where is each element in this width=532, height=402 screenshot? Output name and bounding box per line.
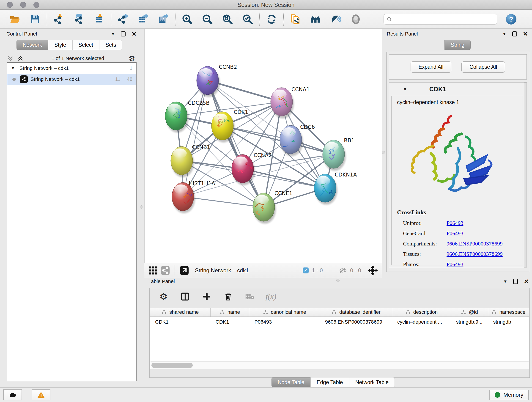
network-collection-row[interactable]: ▼ String Network – cdk1 1 (7, 63, 136, 74)
table-cell[interactable]: stringdb:9... (451, 317, 488, 327)
add-column-icon[interactable] (201, 291, 212, 302)
table-panel-menu-icon[interactable]: ▼ (503, 279, 507, 284)
collapse-all-networks-icon[interactable] (17, 55, 24, 62)
crosslink-url[interactable]: 9606.ENSP00000378699 (447, 251, 503, 257)
network-edge[interactable] (183, 197, 264, 207)
network-row[interactable]: String Network – cdk1 11 48 (7, 74, 136, 85)
column-header-description[interactable]: description (392, 308, 451, 317)
tab-sets[interactable]: Sets (99, 40, 122, 50)
network-node-CCNE1[interactable]: CCNE1 (253, 190, 293, 224)
main-toolbar: ? (0, 10, 532, 29)
share-network-icon[interactable] (160, 266, 170, 275)
table-cell[interactable]: CDK1 (210, 317, 249, 327)
network-node-CCNB1[interactable]: CCNB1 (171, 144, 210, 177)
crosslink-url[interactable]: P06493 (447, 220, 463, 226)
column-header-name[interactable]: name (210, 308, 249, 317)
network-edge[interactable] (183, 80, 208, 197)
tab-string[interactable]: String (444, 40, 471, 50)
export-table-icon[interactable] (138, 13, 149, 25)
crosslink-url[interactable]: 9606.ENSP00000378699 (447, 241, 503, 247)
right-splitter-handle[interactable] (382, 151, 385, 154)
panel-menu-icon[interactable]: ▼ (111, 32, 115, 36)
warnings-button[interactable] (32, 389, 51, 400)
tab-network-table[interactable]: Network Table (349, 377, 395, 387)
tab-network[interactable]: Network (17, 40, 48, 50)
entry-collapse-icon[interactable]: ▼ (403, 87, 407, 92)
expand-all-networks-icon[interactable] (7, 55, 14, 62)
network-node-CDC6[interactable]: CDC6 (280, 124, 315, 156)
network-node-CDKN1A[interactable]: CDKN1A (314, 172, 357, 205)
results-close-panel-icon[interactable]: ✕ (523, 31, 528, 38)
table-cell[interactable]: CDK1 (150, 317, 210, 327)
export-image-icon[interactable] (158, 13, 169, 25)
column-header-shared-name[interactable]: shared name (150, 308, 210, 317)
table-float-panel-icon[interactable] (513, 279, 518, 284)
gear-icon[interactable]: ⚙ (158, 291, 169, 302)
column-header-database-identifier[interactable]: database identifier (320, 308, 392, 317)
crosslink-url[interactable]: P06493 (447, 261, 463, 267)
open-in-window-icon[interactable] (179, 266, 189, 275)
memory-button[interactable]: Memory (489, 390, 529, 400)
network-edge[interactable] (243, 169, 325, 188)
float-panel-icon[interactable] (121, 32, 126, 36)
columns-icon[interactable] (179, 291, 191, 302)
delete-icon[interactable] (222, 291, 234, 302)
refresh-network-icon[interactable] (266, 13, 277, 25)
close-panel-icon[interactable]: ✕ (132, 31, 137, 38)
search-input[interactable] (393, 16, 494, 22)
tab-node-table[interactable]: Node Table (272, 377, 310, 387)
clone-network-icon[interactable] (290, 13, 301, 25)
column-header-canonical-name[interactable]: canonical name (249, 308, 320, 317)
results-float-panel-icon[interactable] (512, 32, 517, 36)
table-close-panel-icon[interactable]: ✕ (524, 278, 529, 285)
network-node-CCNA1[interactable]: CCNA1 (271, 86, 310, 118)
crosslink-url[interactable]: P06493 (447, 230, 463, 236)
toggle-graphics-icon[interactable] (330, 13, 341, 25)
network-options-gear-icon[interactable]: ⚙ (128, 55, 135, 62)
search-field[interactable] (384, 14, 497, 25)
zoom-selected-icon[interactable] (242, 13, 253, 25)
table-hscrollbar-thumb[interactable] (152, 363, 193, 368)
table-row[interactable]: CDK1CDK1P064939606.ENSP00000378699cyclin… (150, 317, 529, 327)
column-header--id[interactable]: @id (451, 308, 488, 317)
selected-checkbox[interactable]: ✓ (303, 268, 309, 274)
table-hscrollbar[interactable] (151, 361, 529, 369)
zoom-out-icon[interactable] (202, 13, 213, 25)
export-network-icon[interactable] (117, 13, 129, 25)
cloud-button[interactable] (3, 389, 22, 400)
network-node-CCNA2[interactable]: CCNA2 (232, 152, 272, 185)
network-canvas[interactable]: CCNB2 CCNA1 CDC25B CDK1 CDC6 RB1 CCNB1 (144, 29, 382, 263)
save-session-icon[interactable] (29, 13, 41, 25)
table-cell[interactable]: cyclin–dependent ... (392, 317, 451, 327)
zoom-fit-icon[interactable] (222, 13, 233, 25)
expand-all-button[interactable]: Expand All (411, 61, 452, 73)
network-node-CDK1[interactable]: CDK1 (211, 109, 248, 142)
table-cell[interactable]: P06493 (249, 317, 320, 327)
zoom-in-icon[interactable] (181, 13, 193, 25)
column-header-namespace[interactable]: namespace (488, 308, 529, 317)
eye-disabled-icon[interactable] (350, 13, 361, 25)
network-edge[interactable] (208, 80, 264, 207)
network-node-HIST1H1A[interactable]: HIST1H1A (172, 180, 215, 213)
tab-edge-table[interactable]: Edge Table (310, 377, 349, 387)
open-session-icon[interactable] (9, 13, 21, 25)
table-cell[interactable]: 9606.ENSP00000378699 (320, 317, 392, 327)
network-edge[interactable] (222, 126, 334, 154)
left-splitter-handle[interactable] (140, 205, 143, 209)
results-panel-menu-icon[interactable]: ▼ (502, 32, 506, 36)
tab-select[interactable]: Select (72, 40, 99, 50)
show-hide-details-icon[interactable] (310, 13, 321, 25)
entry-scrollbar[interactable] (524, 83, 526, 268)
collection-expand-icon[interactable]: ▼ (11, 66, 15, 70)
import-table-file-icon[interactable] (94, 13, 105, 25)
tab-style[interactable]: Style (48, 40, 72, 50)
network-node-CCNB2[interactable]: CCNB2 (196, 64, 237, 97)
table-cell[interactable]: stringdb (488, 317, 529, 327)
network-node-RB1[interactable]: RB1 (323, 137, 355, 171)
crosshair-icon[interactable] (368, 266, 378, 275)
help-button[interactable]: ? (506, 14, 516, 25)
import-network-database-icon[interactable] (73, 13, 85, 25)
import-network-file-icon[interactable] (53, 13, 65, 25)
collapse-all-button[interactable]: Collapse All (462, 61, 505, 73)
grid-view-icon[interactable] (148, 266, 158, 275)
